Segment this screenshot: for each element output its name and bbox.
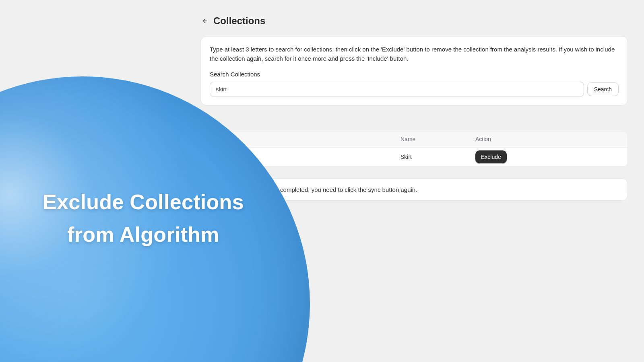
cell-name: Skirt (400, 154, 475, 160)
page-title: Collections (213, 15, 265, 27)
search-label: Search Collections (210, 71, 619, 78)
page-header: Collections (200, 15, 628, 27)
table-header: Name Action (201, 132, 627, 148)
col-header-action: Action (475, 136, 627, 142)
exclude-button[interactable]: Exclude (475, 150, 507, 163)
promo-line-1: Exclude Collections (35, 190, 252, 214)
results-section-title: ries (200, 116, 628, 124)
search-card: Type at least 3 letters to search for co… (200, 36, 628, 105)
results-table: Name Action Skirt Exclude (200, 131, 628, 167)
back-arrow-icon[interactable] (200, 17, 208, 25)
search-row: Search (210, 82, 619, 97)
promo-text: Exclude Collections from Algorithm (35, 190, 252, 247)
helper-text: Type at least 3 letters to search for co… (210, 45, 619, 64)
col-header-name: Name (400, 136, 475, 142)
cell-action: Exclude (475, 150, 627, 163)
search-input[interactable] (210, 82, 584, 97)
search-button[interactable]: Search (587, 82, 619, 96)
table-row: Skirt Exclude (201, 148, 627, 166)
promo-line-2: from Algorithm (35, 222, 252, 247)
